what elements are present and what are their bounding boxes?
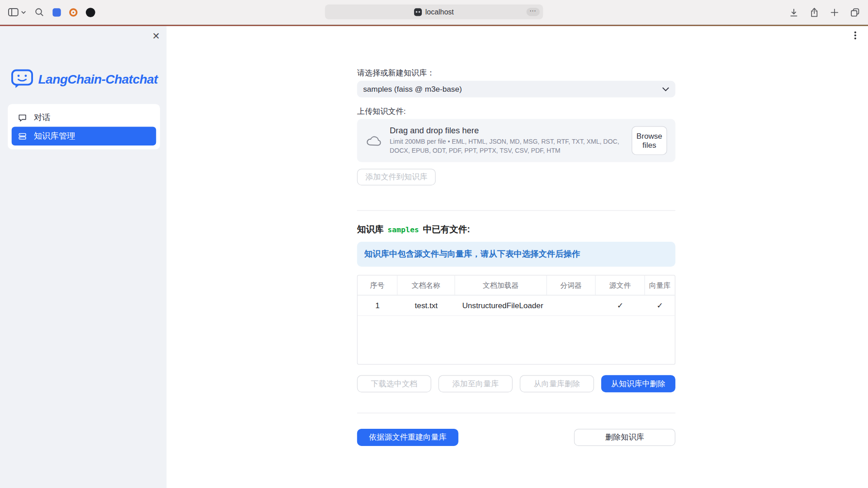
share-button[interactable]	[809, 7, 819, 18]
extension-blue-icon[interactable]	[52, 8, 61, 16]
delete-kb-button[interactable]: 删除知识库	[574, 429, 675, 446]
cell-doc-name: test.txt	[397, 296, 455, 315]
browse-files-button[interactable]: Browse files	[632, 126, 667, 155]
col-header-loader[interactable]: 文档加载器	[455, 276, 547, 295]
file-dropzone[interactable]: Drag and drop files here Limit 200MB per…	[357, 119, 675, 162]
knowledge-base-icon	[18, 131, 27, 141]
toolbar-left-group	[0, 7, 95, 18]
sidebar-toggle-button[interactable]	[8, 7, 26, 18]
sidebar-close-button[interactable]: ✕	[152, 32, 160, 41]
col-header-index[interactable]: 序号	[358, 276, 397, 295]
content-column: 请选择或新建知识库： samples (faiss @ m3e-base) 上传…	[357, 26, 675, 446]
delete-from-kb-button[interactable]: 从知识库中删除	[601, 375, 675, 392]
search-button[interactable]	[34, 7, 44, 17]
divider	[357, 210, 675, 211]
address-bar-more-button[interactable]: ⋯	[526, 8, 539, 16]
sidebar-item-label: 对话	[34, 112, 51, 122]
kb-name-code: samples	[387, 225, 419, 234]
col-header-source-file[interactable]: 源文件	[596, 276, 645, 295]
chat-bubble-icon	[18, 113, 27, 122]
divider	[357, 413, 675, 413]
chevron-down-icon	[662, 87, 669, 92]
downloads-button[interactable]	[789, 8, 799, 18]
cell-source-file-check: ✓	[596, 296, 645, 315]
plus-icon	[830, 8, 840, 17]
chevron-down-icon	[21, 10, 26, 14]
download-selected-button[interactable]: 下载选中文档	[357, 375, 431, 392]
files-heading-prefix: 知识库	[357, 224, 384, 236]
col-header-doc-name[interactable]: 文档名称	[397, 276, 455, 295]
app-logo: LangChain-Chatchat	[11, 69, 157, 89]
tab-overview-button[interactable]	[850, 7, 860, 18]
toolbar-right-group	[789, 0, 860, 25]
extension-record-icon[interactable]	[69, 8, 77, 16]
col-header-splitter[interactable]: 分词器	[547, 276, 596, 295]
table-row[interactable]: 1 test.txt UnstructuredFileLoader ✓ ✓	[358, 296, 675, 316]
browser-toolbar: localhost ⋯	[0, 0, 868, 25]
page-decoration-bar	[0, 25, 868, 26]
files-heading: 知识库 samples 中已有文件:	[357, 224, 675, 236]
search-icon	[34, 7, 44, 17]
screen: localhost ⋯	[0, 0, 868, 488]
sidebar-nav: 对话 知识库管理	[8, 104, 160, 149]
info-banner: 知识库中包含源文件与向量库，请从下表中选择文件后操作	[357, 242, 675, 267]
col-header-vector-store[interactable]: 向量库	[645, 276, 675, 295]
app-logo-text: LangChain-Chatchat	[38, 72, 157, 87]
new-tab-button[interactable]	[830, 8, 840, 17]
add-to-vector-store-button[interactable]: 添加至向量库	[439, 375, 513, 392]
sidebar-item-dialogue[interactable]: 对话	[12, 108, 156, 127]
cell-loader: UnstructuredFileLoader	[455, 296, 547, 315]
dropzone-limit: Limit 200MB per file • EML, HTML, JSON, …	[390, 138, 622, 155]
cell-vector-store-check: ✓	[645, 296, 675, 315]
share-icon	[809, 7, 819, 18]
rebuild-vector-store-button[interactable]: 依据源文件重建向量库	[357, 429, 458, 446]
kb-select-label: 请选择或新建知识库：	[357, 68, 675, 78]
app-menu-button[interactable]	[851, 30, 860, 40]
address-bar[interactable]: localhost ⋯	[325, 5, 543, 19]
dropzone-text: Drag and drop files here Limit 200MB per…	[390, 126, 622, 155]
download-icon	[789, 8, 799, 18]
app-sidebar: ✕ LangChain-Chatchat 对	[0, 26, 167, 488]
chat-logo-icon	[11, 69, 33, 89]
info-banner-text: 知识库中包含源文件与向量库，请从下表中选择文件后操作	[364, 249, 580, 259]
files-table-header: 序号 文档名称 文档加载器 分词器 源文件 向量库	[358, 276, 675, 296]
sidebar-toggle-icon	[8, 7, 19, 18]
add-files-to-kb-button[interactable]: 添加文件到知识库	[357, 169, 436, 185]
kb-select-value: samples (faiss @ m3e-base)	[363, 84, 462, 94]
remove-from-vector-store-button[interactable]: 从向量库删除	[520, 375, 594, 392]
tabs-icon	[850, 7, 860, 18]
files-table: 序号 文档名称 文档加载器 分词器 源文件 向量库 1 test.txt Uns…	[357, 275, 675, 365]
bottom-actions: 依据源文件重建向量库 删除知识库	[357, 429, 675, 446]
cell-index: 1	[358, 296, 397, 315]
cell-splitter	[547, 296, 596, 315]
upload-label: 上传知识文件:	[357, 107, 675, 117]
cloud-upload-icon	[365, 135, 382, 147]
address-bar-url: localhost	[425, 8, 454, 16]
github-extension-icon[interactable]	[86, 8, 95, 17]
sidebar-item-label: 知识库管理	[34, 131, 75, 141]
files-heading-suffix: 中已有文件:	[423, 224, 470, 236]
main-content: 请选择或新建知识库： samples (faiss @ m3e-base) 上传…	[167, 26, 868, 488]
row-actions: 下载选中文档 添加至向量库 从向量库删除 从知识库中删除	[357, 375, 675, 392]
site-favicon	[414, 8, 422, 16]
sidebar-item-kb-management[interactable]: 知识库管理	[12, 127, 156, 145]
kb-select[interactable]: samples (faiss @ m3e-base)	[357, 81, 675, 98]
dropzone-title: Drag and drop files here	[390, 126, 622, 136]
